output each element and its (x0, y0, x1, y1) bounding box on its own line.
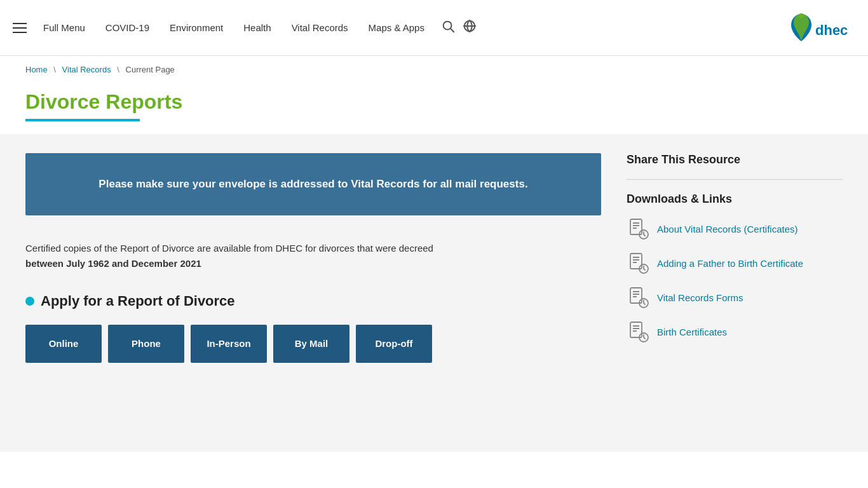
alert-box: Please make sure your envelope is addres… (25, 153, 601, 215)
link-about-vital[interactable]: About Vital Records (Certificates) (657, 224, 797, 234)
download-item-vital-forms[interactable]: Vital Records Forms (627, 286, 843, 309)
svg-text:dhec: dhec (815, 22, 848, 38)
download-item-adding-father[interactable]: Adding a Father to Birth Certificate (627, 252, 843, 274)
link-adding-father[interactable]: Adding a Father to Birth Certificate (657, 258, 803, 269)
downloads-title: Downloads & Links (627, 193, 843, 206)
body-text-main: Certified copies of the Report of Divorc… (25, 243, 433, 254)
svg-line-1 (451, 29, 454, 32)
document-icon (627, 217, 649, 240)
body-text-dates: between July 1962 and December 2021 (25, 258, 201, 269)
section-heading: Apply for a Report of Divorce (25, 293, 601, 309)
nav-item-health[interactable]: Health (233, 22, 281, 33)
drop-off-button[interactable]: Drop-off (356, 325, 432, 363)
content-area: Please make sure your envelope is addres… (25, 153, 601, 433)
breadcrumb-home[interactable]: Home (25, 65, 48, 74)
nav-item-maps-apps[interactable]: Maps & Apps (358, 22, 435, 33)
body-text: Certified copies of the Report of Divorc… (25, 234, 601, 278)
link-birth-cert[interactable]: Birth Certificates (657, 327, 727, 337)
sidebar-divider (627, 179, 843, 180)
title-underline (25, 119, 140, 121)
document-icon-3 (627, 286, 649, 309)
share-title: Share This Resource (627, 153, 843, 166)
nav-icons (441, 19, 477, 36)
document-icon-2 (627, 252, 649, 274)
svg-point-3 (799, 13, 804, 18)
breadcrumb-vital-records[interactable]: Vital Records (62, 65, 111, 74)
page-title: Divorce Reports (25, 90, 843, 114)
nav-item-full-menu[interactable]: Full Menu (33, 22, 95, 33)
breadcrumb: Home \ Vital Records \ Current Page (0, 56, 868, 83)
globe-icon[interactable] (463, 19, 477, 36)
breadcrumb-sep2: \ (117, 65, 119, 74)
document-icon-4 (627, 320, 649, 343)
navbar: Full Menu COVID-19 Environment Health Vi… (0, 0, 868, 56)
nav-item-vital-records[interactable]: Vital Records (281, 22, 358, 33)
bullet-dot (25, 297, 34, 306)
page-title-section: Divorce Reports (0, 83, 868, 134)
section-heading-text: Apply for a Report of Divorce (41, 293, 235, 309)
alert-text: Please make sure your envelope is addres… (98, 178, 527, 190)
sidebar: Share This Resource Downloads & Links Ab… (627, 153, 843, 433)
in-person-button[interactable]: In-Person (191, 325, 267, 363)
logo[interactable]: dhec (782, 8, 855, 48)
svg-point-0 (444, 22, 452, 30)
link-vital-forms[interactable]: Vital Records Forms (657, 292, 743, 303)
breadcrumb-sep1: \ (53, 65, 56, 74)
hamburger-menu[interactable] (13, 23, 27, 33)
nav-links: Full Menu COVID-19 Environment Health Vi… (33, 22, 435, 33)
download-item-birth-cert[interactable]: Birth Certificates (627, 320, 843, 343)
download-item-about-vital[interactable]: About Vital Records (Certificates) (627, 217, 843, 240)
online-button[interactable]: Online (25, 325, 102, 363)
breadcrumb-current: Current Page (126, 65, 175, 74)
nav-item-environment[interactable]: Environment (159, 22, 233, 33)
button-row: Online Phone In-Person By Mail Drop-off (25, 325, 601, 363)
main-layout: Please make sure your envelope is addres… (0, 134, 868, 452)
search-icon[interactable] (441, 19, 455, 36)
by-mail-button[interactable]: By Mail (273, 325, 349, 363)
nav-item-covid19[interactable]: COVID-19 (95, 22, 159, 33)
phone-button[interactable]: Phone (108, 325, 184, 363)
